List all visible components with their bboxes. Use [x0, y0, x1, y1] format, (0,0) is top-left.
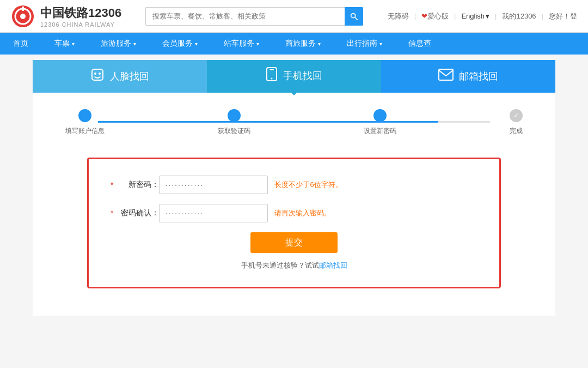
nav-item-travel[interactable]: 旅游服务▾ [88, 33, 149, 55]
confirm-password-row: * 密码确认： 请再次输入密码。 [111, 204, 477, 222]
new-password-label: 新密码： [115, 180, 159, 190]
svg-line-5 [355, 17, 358, 20]
face-icon [90, 68, 105, 85]
my12306-link[interactable]: 我的12306 [502, 11, 536, 21]
step-3: 设置新密码 [364, 109, 396, 136]
logo-subtitle: 12306 CHINA RAILWAY [40, 21, 121, 28]
step-circle-4: ✓ [510, 109, 523, 122]
chevron-down-icon: ▾ [318, 41, 321, 47]
step-label-3: 设置新密码 [364, 126, 396, 136]
svg-point-7 [94, 73, 96, 75]
chevron-down-icon: ▾ [195, 41, 198, 47]
new-password-row: * 新密码： 长度不少于6位字符。 [111, 176, 477, 194]
tip-text: 手机号未通过核验？试试邮箱找回 [241, 261, 347, 270]
nav-item-station[interactable]: 站车服务▾ [211, 33, 272, 55]
required-star-2: * [111, 209, 113, 218]
steps-container: 填写账户信息 获取验证码 设置新密码 ✓ 完成 [33, 93, 555, 147]
new-password-input[interactable] [159, 176, 268, 194]
love-version-link[interactable]: ❤爱心版 [421, 11, 449, 21]
svg-point-4 [351, 13, 356, 17]
chevron-down-icon: ▾ [133, 41, 136, 47]
svg-rect-3 [22, 7, 24, 11]
tab-face[interactable]: 人脸找回 [33, 60, 207, 93]
nav-item-info[interactable]: 信息查 [395, 33, 444, 55]
no-barrier-link[interactable]: 无障碍 [388, 11, 409, 21]
step-1: 填写账户信息 [65, 109, 105, 136]
search-button[interactable] [345, 7, 363, 26]
submit-area: 提交 手机号未通过核验？试试邮箱找回 [111, 232, 477, 270]
nav-item-tickets[interactable]: 车票▾ [41, 33, 88, 55]
main-content: 人脸找回 手机找回 邮箱找回 填写账户信息 获取验证码 [33, 60, 555, 316]
recovery-tabs: 人脸找回 手机找回 邮箱找回 [33, 60, 555, 93]
svg-point-8 [99, 73, 101, 75]
submit-button[interactable]: 提交 [250, 232, 338, 253]
nav-item-home[interactable]: 首页 [0, 33, 41, 55]
tab-email[interactable]: 邮箱找回 [381, 60, 555, 93]
nav-item-member[interactable]: 会员服务▾ [149, 33, 211, 55]
step-circle-3 [373, 109, 387, 122]
search-area [145, 7, 363, 26]
step-circle-1 [78, 109, 91, 122]
chevron-down-icon: ▾ [379, 41, 382, 47]
navbar: 首页 车票▾ 旅游服务▾ 会员服务▾ 站车服务▾ 商旅服务▾ 出行指南▾ 信息查 [0, 33, 588, 55]
step-4: ✓ 完成 [510, 109, 523, 136]
confirm-password-label: 密码确认： [115, 208, 159, 218]
step-label-1: 填写账户信息 [65, 126, 105, 136]
search-input[interactable] [145, 7, 345, 26]
svg-rect-6 [92, 69, 103, 80]
confirm-password-input[interactable] [159, 204, 268, 222]
required-star-1: * [111, 180, 113, 189]
chevron-down-icon: ▾ [72, 41, 75, 47]
header-nav: 无障碍 | ❤爱心版 | English ▾ | 我的12306 | 您好！登 [388, 11, 577, 21]
nav-item-business[interactable]: 商旅服务▾ [272, 33, 334, 55]
email-icon [438, 69, 454, 84]
svg-rect-11 [270, 69, 274, 70]
phone-icon [266, 67, 278, 85]
login-link[interactable]: 您好！登 [549, 11, 577, 21]
step-circle-2 [228, 109, 241, 122]
email-recovery-link[interactable]: 邮箱找回 [319, 261, 347, 269]
logo-icon [11, 4, 35, 28]
step-label-2: 获取验证码 [218, 126, 250, 136]
password-form-card: * 新密码： 长度不少于6位字符。 * 密码确认： 请再次输入密码。 提交 手机… [87, 158, 501, 288]
new-password-hint: 长度不少于6位字符。 [274, 180, 342, 190]
logo: 中国铁路12306 12306 CHINA RAILWAY [11, 4, 121, 28]
svg-rect-12 [439, 69, 453, 80]
confirm-password-hint: 请再次输入密码。 [274, 208, 331, 218]
step-label-4: 完成 [510, 126, 523, 136]
language-button[interactable]: English ▾ [461, 12, 489, 20]
header: 中国铁路12306 12306 CHINA RAILWAY 无障碍 | ❤爱心版… [0, 0, 588, 33]
steps-row: 填写账户信息 获取验证码 设置新密码 ✓ 完成 [65, 109, 523, 136]
tab-phone[interactable]: 手机找回 [207, 60, 381, 93]
chevron-down-icon: ▾ [256, 41, 259, 47]
svg-point-10 [271, 77, 273, 79]
nav-item-guide[interactable]: 出行指南▾ [334, 33, 395, 55]
logo-title: 中国铁路12306 [40, 5, 121, 21]
step-2: 获取验证码 [218, 109, 250, 136]
svg-point-2 [20, 14, 26, 19]
